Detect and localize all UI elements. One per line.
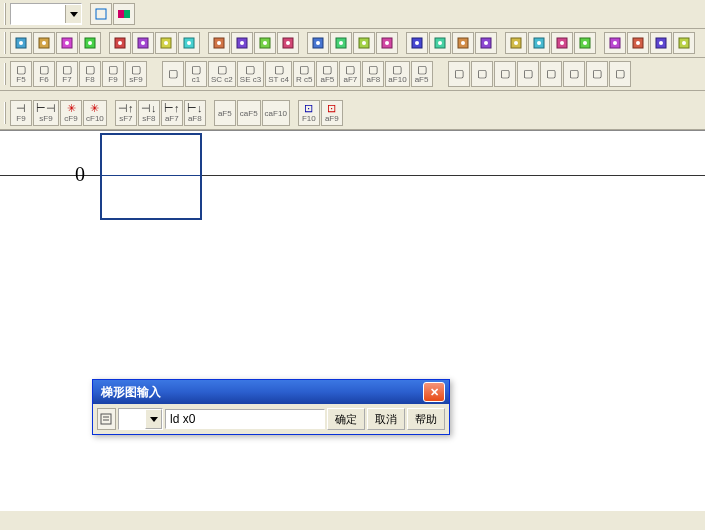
ladder-aF7-button[interactable]: ⊢↑ aF7 <box>161 100 183 126</box>
toggle-button[interactable] <box>574 32 596 54</box>
ladder-1-button[interactable] <box>330 32 352 54</box>
find-next-button[interactable] <box>231 32 253 54</box>
edit-b-button[interactable] <box>132 32 154 54</box>
zoom-page-button[interactable] <box>33 32 55 54</box>
fkey-ST c4-button[interactable]: ▢ ST c4 <box>265 61 292 87</box>
fkey-slot18-button[interactable]: ▢ <box>471 61 493 87</box>
toolbar-row-4: ⊣ F9 ⊢⊣ sF9 ✳ cF9 ✳ cF10 ⊣↑ sF7 ⊣↓ sF8 ⊢… <box>0 97 705 130</box>
svg-rect-0 <box>96 9 106 19</box>
tool-a-button[interactable] <box>604 32 626 54</box>
fkey-c1-button[interactable]: ▢ c1 <box>185 61 207 87</box>
ladder-cF9-button[interactable]: ✳ cF9 <box>60 100 82 126</box>
fkey-aF5-button[interactable]: ▢ aF5 <box>316 61 338 87</box>
fkey-slot17-button[interactable]: ▢ <box>448 61 470 87</box>
ladder-caF10-button[interactable]: caF10 <box>262 100 290 126</box>
ladder-2-button[interactable] <box>353 32 375 54</box>
fkey-F5-button[interactable]: ▢ F5 <box>10 61 32 87</box>
ladder-aF8-button[interactable]: ⊢↓ aF8 <box>184 100 206 126</box>
svg-point-50 <box>583 41 587 45</box>
ladder-sF7-button[interactable]: ⊣↑ sF7 <box>115 100 137 126</box>
fkey-icon: ▢ <box>217 64 227 75</box>
contact-button[interactable] <box>429 32 451 54</box>
zoom-q-button[interactable] <box>10 32 32 54</box>
cancel-button[interactable]: 取消 <box>367 408 405 430</box>
coil-button[interactable] <box>452 32 474 54</box>
svg-point-12 <box>118 41 122 45</box>
find-next-icon <box>235 36 249 50</box>
help-button[interactable]: 帮助 <box>407 408 445 430</box>
ladder-aF9-button[interactable]: ⊡ aF9 <box>321 100 343 126</box>
instruction-input[interactable] <box>165 409 325 429</box>
fkey-slot23-button[interactable]: ▢ <box>586 61 608 87</box>
ladder-4-button[interactable] <box>406 32 428 54</box>
svg-point-28 <box>316 41 320 45</box>
combo-box-1[interactable] <box>10 3 82 25</box>
ladder-cell-selected-bottom[interactable] <box>100 175 202 220</box>
ladder-editor[interactable]: 0 梯形图输入 ✕ 确定 取消 帮助 <box>0 130 705 511</box>
find-button[interactable] <box>208 32 230 54</box>
dialog-titlebar[interactable]: 梯形图输入 ✕ <box>93 380 449 404</box>
block-a-button[interactable] <box>505 32 527 54</box>
ladder-symbol-icon: ⊣↑ <box>118 103 134 114</box>
zoom-all-button[interactable] <box>56 32 78 54</box>
fkey-icon: ▢ <box>131 64 141 75</box>
dialog-type-combo[interactable] <box>118 408 163 430</box>
ladder-key-label: F9 <box>16 115 25 123</box>
tool-btn-b[interactable] <box>113 3 135 25</box>
ladder-sF9-button[interactable]: ⊢⊣ sF9 <box>33 100 59 126</box>
toolbar-grip <box>4 3 7 25</box>
ladder-cell-selected-top[interactable] <box>100 133 202 179</box>
ladder-symbol-icon: ✳ <box>67 103 76 114</box>
fkey-SE c3-button[interactable]: ▢ SE c3 <box>237 61 264 87</box>
ladder-aF5-button[interactable]: aF5 <box>214 100 236 126</box>
fkey-slot24-button[interactable]: ▢ <box>609 61 631 87</box>
zoom-fit-button[interactable] <box>79 32 101 54</box>
goto-button[interactable] <box>277 32 299 54</box>
ladder-sF8-button[interactable]: ⊣↓ sF8 <box>138 100 160 126</box>
fkey-sF9-button[interactable]: ▢ sF9 <box>125 61 147 87</box>
fkey-F8-button[interactable]: ▢ F8 <box>79 61 101 87</box>
fkey-aF7-button[interactable]: ▢ aF7 <box>339 61 361 87</box>
tool-c-button[interactable] <box>650 32 672 54</box>
ladder-F10-button[interactable]: ⊡ F10 <box>298 100 320 126</box>
dialog-icon-button[interactable] <box>97 408 116 430</box>
ladder-F9-button[interactable]: ⊣ F9 <box>10 100 32 126</box>
tool-b-button[interactable] <box>627 32 649 54</box>
fkey-F6-button[interactable]: ▢ F6 <box>33 61 55 87</box>
ladder-cF10-button[interactable]: ✳ cF10 <box>83 100 107 126</box>
replace-button[interactable] <box>254 32 276 54</box>
fkey-slot20-button[interactable]: ▢ <box>517 61 539 87</box>
block-c-button[interactable] <box>551 32 573 54</box>
svg-point-20 <box>217 41 221 45</box>
fkey-F9-button[interactable]: ▢ F9 <box>102 61 124 87</box>
compare-button[interactable] <box>475 32 497 54</box>
bookmark-button[interactable] <box>307 32 329 54</box>
ladder-2-icon <box>357 36 371 50</box>
palette-button[interactable] <box>155 32 177 54</box>
ladder-symbol-icon: ⊡ <box>304 103 313 114</box>
fkey-SC c2-button[interactable]: ▢ SC c2 <box>208 61 236 87</box>
view-button[interactable] <box>673 32 695 54</box>
tool-btn-a[interactable] <box>90 3 112 25</box>
ok-button[interactable]: 确定 <box>327 408 365 430</box>
svg-point-44 <box>514 41 518 45</box>
ladder-symbol-icon: ⊢⊣ <box>36 103 56 114</box>
close-button[interactable]: ✕ <box>423 382 445 402</box>
fkey-label: aF5 <box>415 76 429 84</box>
block-b-button[interactable] <box>528 32 550 54</box>
fkey-label: F7 <box>62 76 71 84</box>
fkey-slot21-button[interactable]: ▢ <box>540 61 562 87</box>
fkey-R c5-button[interactable]: ▢ R c5 <box>293 61 315 87</box>
edit-a-button[interactable] <box>109 32 131 54</box>
fkey-F7-button[interactable]: ▢ F7 <box>56 61 78 87</box>
fkey-slot6-button[interactable]: ▢ <box>162 61 184 87</box>
ladder-3-button[interactable] <box>376 32 398 54</box>
svg-rect-59 <box>101 414 111 424</box>
fkey-aF8-button[interactable]: ▢ aF8 <box>362 61 384 87</box>
ladder-caF5-button[interactable]: caF5 <box>237 100 261 126</box>
fkey-slot22-button[interactable]: ▢ <box>563 61 585 87</box>
ruler-button[interactable] <box>178 32 200 54</box>
fkey-aF10-button[interactable]: ▢ aF10 <box>385 61 409 87</box>
fkey-aF5-button[interactable]: ▢ aF5 <box>411 61 433 87</box>
fkey-slot19-button[interactable]: ▢ <box>494 61 516 87</box>
